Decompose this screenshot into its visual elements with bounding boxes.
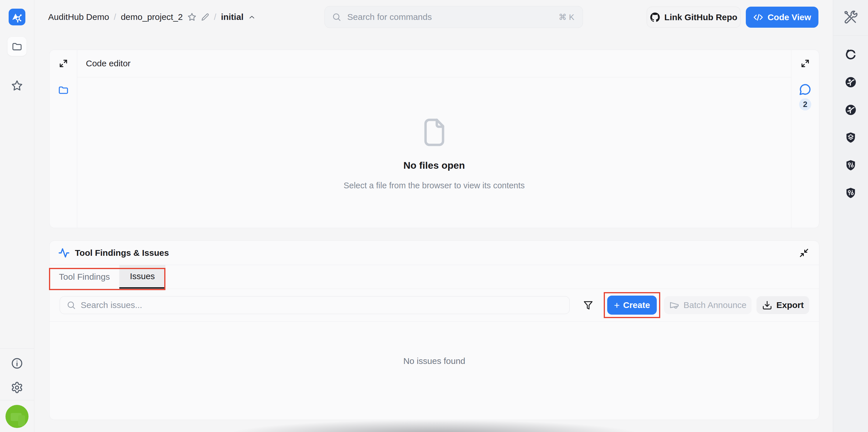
search-icon	[67, 300, 76, 310]
command-search-input[interactable]	[324, 6, 583, 28]
empty-state-title: No files open	[403, 160, 465, 171]
tool-logo-person-circle-2[interactable]	[845, 104, 857, 116]
star-icon	[11, 80, 23, 92]
tool-logo-shield-nodes-2[interactable]	[845, 187, 857, 199]
app-logo[interactable]	[9, 9, 25, 25]
code-icon	[753, 12, 764, 23]
gear-icon	[11, 381, 23, 394]
code-editor-panel: Code editor No files open Select a file …	[49, 50, 819, 228]
user-avatar[interactable]	[5, 405, 29, 428]
sidebar-item-favorites[interactable]	[7, 76, 27, 95]
plus-icon: +	[614, 300, 620, 310]
comments-count-badge: 2	[799, 98, 811, 111]
expand-panel-button[interactable]	[57, 57, 70, 70]
findings-panel-header: Tool Findings & Issues	[50, 241, 819, 265]
sidebar-item-files[interactable]	[7, 37, 27, 56]
export-label: Export	[776, 300, 804, 310]
favorite-star-icon[interactable]	[187, 12, 196, 22]
link-github-label: Link GitHub Repo	[664, 12, 737, 22]
app-window: AuditHub Demo / demo_project_2 / initial	[0, 0, 868, 432]
folder-icon	[11, 41, 23, 52]
sidebar-divider	[0, 400, 34, 400]
download-icon	[762, 300, 772, 310]
findings-tabs: Tool Findings Issues	[50, 265, 819, 289]
issues-toolbar: + Create Batch Announce Export	[50, 289, 819, 321]
info-icon	[11, 357, 23, 370]
issues-empty-state: No issues found	[50, 321, 819, 420]
editor-panel-header: Code editor	[77, 50, 791, 77]
editor-left-strip	[50, 50, 77, 228]
tab-tool-findings[interactable]: Tool Findings	[50, 265, 119, 289]
filter-funnel-icon	[583, 300, 593, 310]
breadcrumb: AuditHub Demo / demo_project_2 / initial	[48, 0, 256, 34]
tab-tool-findings-label: Tool Findings	[59, 272, 110, 282]
editor-panel-title: Code editor	[86, 59, 130, 68]
tab-issues-label: Issues	[130, 271, 155, 281]
findings-issues-panel: Tool Findings & Issues Tool Findings Iss…	[49, 240, 819, 420]
editor-empty-state: No files open Select a file from the bro…	[77, 77, 791, 228]
tool-logo-cat-refresh[interactable]	[845, 49, 857, 61]
tool-logo-shield-nodes-1[interactable]	[845, 159, 857, 171]
top-bar: AuditHub Demo / demo_project_2 / initial	[34, 0, 833, 34]
folder-icon	[58, 85, 69, 95]
link-github-button[interactable]: Link GitHub Repo	[647, 7, 741, 28]
tools-button[interactable]	[833, 0, 868, 35]
activity-pulse-icon	[58, 247, 70, 259]
chat-bubble-icon	[799, 83, 811, 96]
file-icon	[419, 115, 449, 150]
right-tool-rail	[833, 0, 868, 432]
file-browser-button[interactable]	[57, 84, 70, 96]
command-search: ⌘ K	[324, 6, 583, 28]
issues-search-input[interactable]	[60, 296, 570, 314]
search-icon	[332, 12, 341, 22]
bottom-edge-shadow	[173, 418, 695, 432]
megaphone-icon	[669, 300, 680, 310]
code-view-label: Code View	[768, 12, 811, 22]
export-button[interactable]: Export	[756, 296, 809, 314]
expand-icon	[800, 58, 811, 69]
issues-search	[60, 296, 570, 314]
editor-right-strip: 2	[791, 50, 819, 228]
filter-button[interactable]	[582, 299, 594, 312]
collapse-icon	[799, 248, 809, 258]
tool-logo-person-circle-1[interactable]	[845, 76, 857, 88]
settings-button[interactable]	[7, 378, 27, 397]
empty-state-subtitle: Select a file from the browser to view i…	[343, 181, 525, 190]
breadcrumb-separator: /	[214, 12, 216, 22]
tab-issues[interactable]: Issues	[119, 265, 165, 289]
breadcrumb-org[interactable]: AuditHub Demo	[48, 12, 109, 22]
expand-icon	[58, 58, 69, 69]
info-button[interactable]	[7, 354, 27, 373]
tool-logo-shield-diamond[interactable]	[845, 132, 857, 144]
code-view-button[interactable]: Code View	[746, 7, 818, 28]
wrench-screwdriver-icon	[843, 10, 858, 25]
comments-button[interactable]	[799, 83, 811, 96]
expand-panel-button[interactable]	[799, 57, 811, 70]
left-sidebar	[0, 0, 34, 432]
breadcrumb-separator: /	[114, 12, 116, 22]
breadcrumb-branch[interactable]: initial	[221, 12, 244, 22]
findings-panel-title: Tool Findings & Issues	[75, 248, 169, 258]
breadcrumb-project[interactable]: demo_project_2	[121, 12, 183, 22]
collapse-panel-button[interactable]	[798, 247, 810, 259]
audithub-logo-icon	[11, 11, 23, 23]
batch-announce-label: Batch Announce	[684, 300, 747, 310]
create-issue-button[interactable]: + Create	[607, 296, 657, 315]
shortcut-hint: ⌘ K	[559, 6, 575, 28]
create-issue-label: Create	[623, 300, 650, 310]
github-icon	[650, 12, 660, 23]
edit-pencil-icon[interactable]	[201, 13, 209, 21]
chevron-up-icon[interactable]	[248, 13, 256, 21]
issues-empty-text: No issues found	[403, 356, 465, 366]
batch-announce-button[interactable]: Batch Announce	[664, 296, 751, 314]
